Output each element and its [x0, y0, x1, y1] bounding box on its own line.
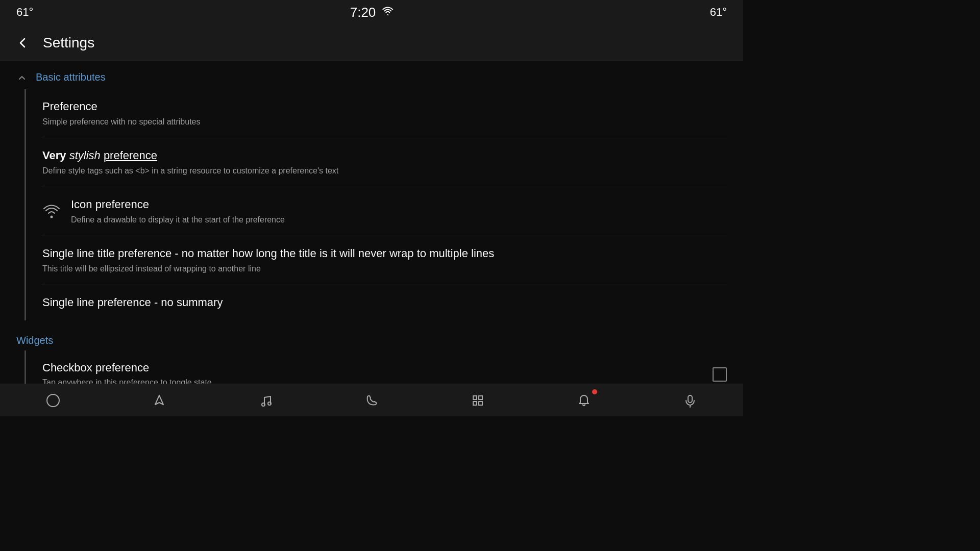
wifi-preference-icon [42, 202, 61, 220]
svg-rect-8 [688, 395, 692, 403]
preference-item-summary: Simple preference with no special attrib… [42, 116, 727, 128]
svg-point-2 [262, 403, 265, 406]
single-line-title-summary: This title will be ellipsized instead of… [42, 263, 727, 274]
settings-content: Basic attributes Preference Simple prefe… [0, 61, 743, 384]
checkbox-preference-item[interactable]: Checkbox preference Tap anywhere in this… [26, 350, 743, 384]
nav-home[interactable] [33, 384, 74, 417]
svg-rect-7 [479, 402, 482, 405]
basic-attributes-section-header[interactable]: Basic attributes [0, 61, 743, 89]
status-temp-left: 61° [16, 6, 33, 19]
single-line-no-summary-title: Single line preference - no summary [42, 295, 727, 310]
stylish-preference-title: Very stylish preference [42, 148, 727, 163]
stylish-preference-summary: Define style tags such as <b> in a strin… [42, 165, 727, 177]
nav-navigation[interactable] [139, 384, 180, 417]
preference-icon-area [42, 202, 71, 220]
icon-preference-title: Icon preference [71, 197, 727, 212]
nav-phone[interactable] [351, 384, 392, 417]
nav-apps[interactable] [457, 384, 498, 417]
status-center: 7:20 [350, 5, 394, 20]
nav-bar [0, 384, 743, 416]
checkbox-preference-title: Checkbox preference [42, 361, 704, 375]
checkbox-preference-summary: Tap anywhere in this preference to toggl… [42, 377, 704, 384]
basic-attributes-chevron-icon[interactable] [16, 72, 28, 83]
single-line-no-summary-item[interactable]: Single line preference - no summary [26, 285, 743, 320]
svg-rect-6 [473, 402, 477, 405]
checkbox-widget-area [713, 367, 727, 382]
svg-point-0 [51, 216, 53, 218]
notification-badge [592, 389, 597, 394]
status-time: 7:20 [350, 5, 376, 20]
page-title: Settings [43, 35, 94, 51]
single-line-no-summary-text: Single line preference - no summary [42, 295, 727, 310]
toolbar: Settings [0, 24, 743, 61]
single-line-title-item[interactable]: Single line title preference - no matter… [26, 236, 743, 285]
basic-attributes-title: Basic attributes [36, 71, 106, 83]
widgets-title: Widgets [16, 335, 53, 346]
stylish-preference-text: Very stylish preference Define style tag… [42, 148, 727, 177]
nav-music[interactable] [245, 384, 286, 417]
basic-attributes-items: Preference Simple preference with no spe… [24, 89, 743, 320]
wifi-signal-icon [382, 7, 393, 18]
nav-microphone[interactable] [670, 384, 710, 417]
status-temp-right: 61° [710, 6, 727, 19]
single-line-title: Single line title preference - no matter… [42, 246, 727, 261]
svg-point-3 [268, 402, 271, 405]
preference-item[interactable]: Preference Simple preference with no spe… [26, 89, 743, 138]
widgets-items: Checkbox preference Tap anywhere in this… [24, 350, 743, 384]
back-button[interactable] [12, 33, 33, 53]
icon-preference-summary: Define a drawable to display it at the s… [71, 214, 727, 226]
icon-preference-text: Icon preference Define a drawable to dis… [71, 197, 727, 226]
single-line-title-text: Single line title preference - no matter… [42, 246, 727, 274]
svg-rect-5 [479, 396, 482, 399]
status-bar: 61° 7:20 61° [0, 0, 743, 24]
svg-rect-4 [473, 396, 477, 399]
icon-preference-item[interactable]: Icon preference Define a drawable to dis… [26, 187, 743, 236]
preference-item-title: Preference [42, 99, 727, 114]
checkbox-preference-text: Checkbox preference Tap anywhere in this… [42, 361, 704, 384]
svg-point-1 [47, 394, 59, 407]
preference-item-text: Preference Simple preference with no spe… [42, 99, 727, 128]
widgets-section-header[interactable]: Widgets [0, 320, 743, 350]
checkbox-widget[interactable] [713, 367, 727, 382]
stylish-preference-item[interactable]: Very stylish preference Define style tag… [26, 138, 743, 187]
nav-notifications[interactable] [564, 384, 604, 417]
